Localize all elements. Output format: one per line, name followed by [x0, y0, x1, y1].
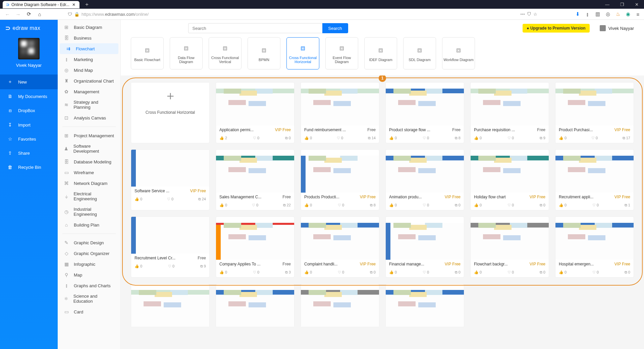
page-actions-icon[interactable]: •••	[520, 12, 525, 17]
copy-count[interactable]: ⧉ 9	[200, 264, 206, 268]
search-button[interactable]: Search	[322, 23, 348, 33]
copy-count[interactable]: ⧉ 17	[623, 136, 630, 140]
upgrade-button[interactable]: ● Upgrade to Premium Version	[523, 24, 589, 33]
forward-button[interactable]: →	[13, 9, 23, 19]
type-tile-idef-diagram[interactable]: ⧈IDEF Diagram	[364, 37, 397, 69]
template-card[interactable]: Recruitment Level Cr... Free 👍 0 ♡ 0 ⧉ 9	[131, 216, 210, 278]
sidebar-icon[interactable]: ▥	[594, 11, 601, 17]
copy-count[interactable]: ⧉ 0	[625, 270, 630, 275]
like-count[interactable]: 👍 0	[559, 136, 567, 140]
template-card[interactable]: Hospital emergen... VIP Free 👍 0 ♡ 0 ⧉ 0	[555, 216, 634, 278]
template-card[interactable]	[216, 284, 294, 327]
heart-count[interactable]: ♡ 0	[507, 203, 514, 207]
template-card[interactable]: Fund reimbursement ... Free 👍 0 ♡ 0 ⧉ 14	[301, 82, 379, 143]
copy-count[interactable]: ⧉ 0	[455, 203, 461, 207]
new-template-tile[interactable]: ＋ Cross Functional Horizontal	[131, 82, 210, 143]
heart-count[interactable]: ♡ 0	[507, 270, 514, 275]
template-card[interactable]	[131, 284, 210, 327]
copy-count[interactable]: ⧉ 8	[455, 136, 461, 140]
category-analysis-canvas[interactable]: ⊡Analysis Canvas	[58, 112, 120, 123]
type-tile-data-flow-diagram[interactable]: ⧈Data Flow Diagram	[170, 37, 203, 69]
heart-count[interactable]: ♡ 0	[423, 136, 429, 140]
download-icon[interactable]: ⬇	[574, 11, 581, 17]
browser-tab[interactable]: ⊃ Online Diagram Software - Edr... ✕	[3, 1, 79, 8]
category-building-plan[interactable]: ⌂Building Plan	[58, 219, 120, 230]
template-card[interactable]: Holiday flow chart VIP Free 👍 0 ♡ 0 ⧉ 0	[470, 149, 549, 210]
sidebar-item-share[interactable]: ⇪Share	[0, 146, 58, 160]
template-card[interactable]: Products Producti... VIP Free 👍 0 ♡ 0 ⧉ …	[301, 149, 379, 210]
type-tile-sdl-diagram[interactable]: ⧈SDL Diagram	[403, 37, 436, 69]
sidebar-item-new[interactable]: ＋New	[0, 74, 58, 89]
like-count[interactable]: 👍 0	[219, 270, 227, 275]
template-card[interactable]	[301, 284, 379, 327]
category-management[interactable]: ✿Management	[58, 86, 120, 97]
like-count[interactable]: 👍 0	[135, 197, 142, 201]
like-count[interactable]: 👍 0	[304, 136, 312, 140]
category-network-diagram[interactable]: ⌘Network Diagram	[58, 178, 120, 189]
like-count[interactable]: 👍 0	[219, 203, 227, 207]
category-organizational-chart[interactable]: ♜Organizational Chart	[58, 76, 120, 86]
type-tile-cross-functional-horizontal[interactable]: ⧈Cross Functional Horizontal	[286, 37, 319, 69]
bookmark-star-icon[interactable]: ☆	[533, 12, 537, 17]
type-tile-workflow-diagram[interactable]: ⧈Workflow Diagram	[442, 37, 475, 69]
category-flowchart[interactable]: ⇉Flowchart	[60, 43, 118, 54]
copy-count[interactable]: ⧉ 3	[285, 270, 291, 275]
new-tab-button[interactable]: ＋	[79, 1, 94, 8]
category-database-modeling[interactable]: 🗄Database Modeling	[58, 156, 120, 167]
template-card[interactable]: Software Service ... VIP Free 👍 0 ♡ 0 ⧉ …	[131, 149, 210, 210]
like-count[interactable]: 👍 0	[559, 270, 567, 275]
like-count[interactable]: 👍 0	[474, 203, 482, 207]
template-card[interactable]: Product Purchasi... VIP Free 👍 0 ♡ 0 ⧉ 1…	[555, 82, 634, 143]
template-card[interactable]	[385, 284, 464, 327]
category-industrial-engineering[interactable]: ◷Industrial Engineering	[58, 204, 120, 219]
like-count[interactable]: 👍 0	[304, 203, 312, 207]
category-graphic-design[interactable]: ✎Graphic Design	[58, 237, 120, 248]
pocket-icon[interactable]: ⛉	[527, 12, 531, 17]
category-mind-map[interactable]: ◎Mind Map	[58, 65, 120, 76]
type-tile-event-flow-diagram[interactable]: ⧈Event Flow Diagram	[325, 37, 358, 69]
sidebar-item-recycle-bin[interactable]: 🗑Recycle Bin	[0, 160, 58, 174]
template-card[interactable]: Flowchart backgr... VIP Free 👍 0 ♡ 0 ⧉ 0	[470, 216, 549, 278]
window-minimize-icon[interactable]: ―	[600, 0, 615, 9]
sidebar-item-dropbox[interactable]: ⧈DropBox	[0, 103, 58, 118]
category-card[interactable]: ▭Card	[58, 306, 120, 317]
category-graphs-and-charts[interactable]: ⫿Graphs and Charts	[58, 280, 120, 291]
like-count[interactable]: 👍 0	[559, 203, 567, 207]
heart-count[interactable]: ♡ 0	[337, 136, 343, 140]
header-user[interactable]: Vivek Nayyar	[600, 25, 634, 31]
type-tile-basic-flowchart[interactable]: ⧈Basic Flowchart	[131, 37, 164, 69]
library-icon[interactable]: ⫿	[584, 11, 591, 17]
template-card[interactable]: Recruitment appli... VIP Free 👍 0 ♡ 0 ⧉ …	[555, 149, 634, 210]
category-map[interactable]: ⚲Map	[58, 269, 120, 280]
copy-count[interactable]: ⧉ 8	[370, 203, 376, 207]
category-panel[interactable]: ⊞Basic Diagram🗄Business⇉Flowchart⫿Market…	[58, 20, 121, 349]
category-electrical-engineering[interactable]: ⏚Electrical Engineering	[58, 189, 120, 204]
template-card[interactable]: Complaint handli... VIP Free 👍 0 ♡ 0 ⧉ 0	[301, 216, 379, 278]
category-wireframe[interactable]: ▭Wireframe	[58, 167, 120, 178]
menu-icon[interactable]: ≡	[635, 11, 641, 17]
window-close-icon[interactable]: ✕	[630, 0, 644, 9]
copy-count[interactable]: ⧉ 1	[625, 203, 630, 207]
heart-count[interactable]: ♡ 0	[591, 136, 598, 140]
heart-count[interactable]: ♡ 0	[253, 270, 259, 275]
heart-count[interactable]: ♡ 0	[167, 197, 173, 201]
copy-count[interactable]: ⧉ 0	[370, 270, 376, 275]
like-count[interactable]: 👍 0	[389, 136, 397, 140]
search-input[interactable]	[188, 23, 322, 33]
template-card[interactable]: Application permi... VIP Free 👍 2 ♡ 0 ⧉ …	[216, 82, 294, 143]
account-icon[interactable]: ◎	[604, 11, 611, 17]
template-card[interactable]: Sales Management C... Free 👍 0 ♡ 0 ⧉ 22	[216, 149, 294, 210]
shield-icon[interactable]: 🛡	[68, 12, 72, 17]
like-count[interactable]: 👍 0	[135, 264, 142, 268]
like-count[interactable]: 👍 0	[389, 270, 397, 275]
home-button[interactable]: ⌂	[35, 9, 44, 19]
category-software-development[interactable]: ♟Software Development	[58, 141, 120, 156]
copy-count[interactable]: ⧉ 24	[198, 197, 206, 201]
heart-count[interactable]: ♡ 0	[253, 136, 259, 140]
category-basic-diagram[interactable]: ⊞Basic Diagram	[58, 22, 120, 33]
heart-count[interactable]: ♡ 0	[423, 270, 429, 275]
sidebar-item-import[interactable]: ↧Import	[0, 118, 58, 132]
copy-count[interactable]: ⧉ 0	[540, 270, 545, 275]
copy-count[interactable]: ⧉ 22	[283, 203, 291, 207]
category-graphic-organizer[interactable]: ◇Graphic Organizer	[58, 248, 120, 259]
